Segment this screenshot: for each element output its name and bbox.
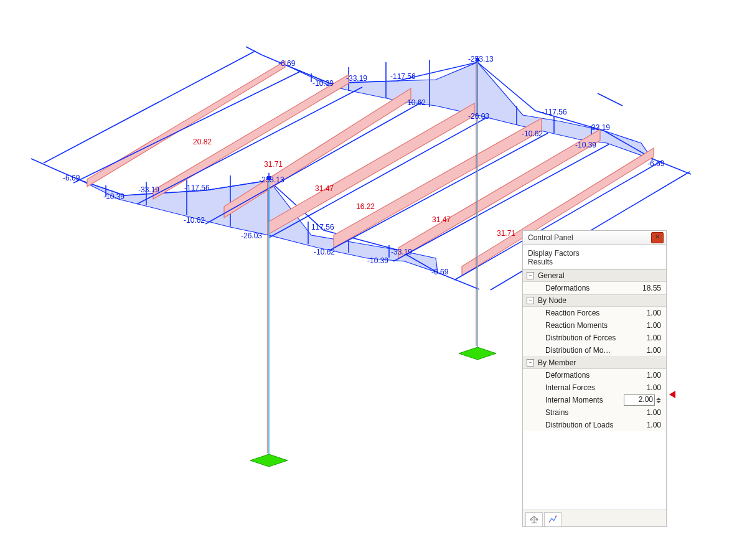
factor-row[interactable]: Deformations18.55 bbox=[523, 282, 666, 294]
balance-scale-icon bbox=[530, 515, 538, 524]
group-header[interactable]: −By Member bbox=[523, 357, 666, 369]
factor-value[interactable]: 2.00 bbox=[624, 394, 655, 406]
factor-label: Internal Moments bbox=[545, 396, 624, 404]
svg-point-48 bbox=[555, 516, 557, 517]
factor-row[interactable]: Distribution of Forces1.00 bbox=[523, 332, 666, 344]
factor-label: Distribution of Forces bbox=[545, 334, 634, 342]
factor-value[interactable]: 1.00 bbox=[634, 371, 662, 380]
spinner[interactable] bbox=[656, 397, 662, 404]
factor-value[interactable]: 1.00 bbox=[634, 334, 662, 342]
factor-row[interactable]: Distribution of Mo…1.00 bbox=[523, 344, 666, 357]
panel-subtitle-line2: Results bbox=[528, 258, 661, 266]
svg-rect-43 bbox=[267, 176, 271, 180]
group-label: General bbox=[538, 271, 565, 280]
panel-subtitle-line1: Display Factors bbox=[528, 249, 661, 258]
factor-label: Internal Forces bbox=[545, 383, 634, 392]
factor-row[interactable]: Reaction Moments1.00 bbox=[523, 319, 666, 332]
panel-title-text: Control Panel bbox=[528, 231, 651, 245]
factor-label: Distribution of Mo… bbox=[545, 346, 634, 355]
factor-value[interactable]: 1.00 bbox=[634, 408, 662, 417]
svg-marker-12 bbox=[81, 180, 269, 235]
factor-value[interactable]: 1.00 bbox=[634, 383, 662, 392]
factor-label: Strains bbox=[545, 408, 634, 417]
panel-subtitle: Display Factors Results bbox=[523, 245, 666, 269]
close-button[interactable]: ✕ bbox=[651, 232, 664, 243]
svg-rect-44 bbox=[476, 58, 479, 62]
svg-marker-45 bbox=[250, 454, 288, 467]
factor-row[interactable]: Deformations1.00 bbox=[523, 369, 666, 381]
factor-value[interactable]: 1.00 bbox=[634, 309, 662, 317]
group-header[interactable]: −General bbox=[523, 269, 666, 282]
factor-value[interactable]: 18.55 bbox=[634, 284, 662, 292]
svg-point-47 bbox=[549, 521, 550, 522]
collapse-toggle-icon[interactable]: − bbox=[527, 359, 534, 366]
factor-value[interactable]: 1.00 bbox=[634, 421, 662, 429]
panel-tabbar bbox=[523, 510, 666, 526]
factor-value[interactable]: 1.00 bbox=[634, 321, 662, 330]
factor-row[interactable]: Reaction Forces1.00 bbox=[523, 307, 666, 319]
graph-icon bbox=[548, 515, 557, 524]
control-panel[interactable]: Control Panel ✕ Display Factors Results … bbox=[522, 230, 667, 527]
group-label: By Member bbox=[538, 358, 576, 367]
spinner-down-icon[interactable] bbox=[656, 401, 661, 403]
close-icon: ✕ bbox=[655, 233, 660, 240]
group-header[interactable]: −By Node bbox=[523, 294, 666, 307]
svg-line-14 bbox=[31, 159, 59, 171]
svg-line-2 bbox=[246, 47, 261, 55]
factor-tree[interactable]: −GeneralDeformations18.55−By NodeReactio… bbox=[523, 269, 666, 510]
svg-line-3 bbox=[598, 93, 622, 106]
factor-label: Distribution of Loads bbox=[545, 421, 634, 429]
factor-label: Reaction Forces bbox=[545, 309, 634, 317]
factor-label: Reaction Moments bbox=[545, 321, 634, 330]
factor-row[interactable]: Internal Forces1.00 bbox=[523, 381, 666, 394]
factor-row[interactable]: Distribution of Loads1.00 bbox=[523, 419, 666, 431]
svg-marker-46 bbox=[459, 347, 496, 360]
factor-row[interactable]: Strains1.00 bbox=[523, 406, 666, 419]
factor-label: Deformations bbox=[545, 371, 634, 380]
collapse-toggle-icon[interactable]: − bbox=[527, 272, 534, 279]
tab-graph[interactable] bbox=[544, 512, 561, 526]
spinner-up-icon[interactable] bbox=[656, 398, 661, 400]
factor-label: Deformations bbox=[545, 284, 634, 292]
tab-balance[interactable] bbox=[525, 512, 543, 526]
factor-row[interactable]: Internal Moments2.00 bbox=[523, 394, 666, 406]
panel-titlebar[interactable]: Control Panel ✕ bbox=[523, 231, 666, 245]
support-plate bbox=[250, 347, 496, 467]
collapse-toggle-icon[interactable]: − bbox=[527, 297, 534, 304]
callout-arrow-icon bbox=[669, 391, 675, 398]
factor-value[interactable]: 1.00 bbox=[634, 346, 662, 355]
group-label: By Node bbox=[538, 296, 566, 305]
